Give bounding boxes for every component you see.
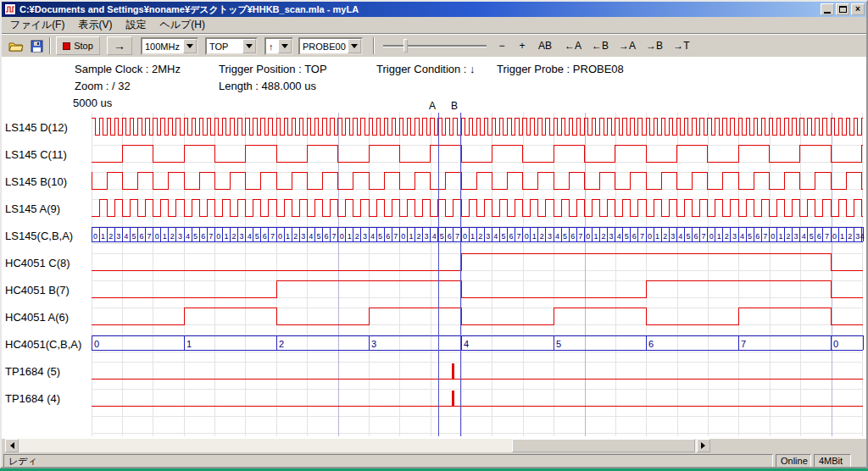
minimize-button[interactable] xyxy=(821,3,834,15)
svg-text:3: 3 xyxy=(486,232,490,241)
ab-range-button[interactable]: AB xyxy=(534,37,556,54)
triangle-right-icon xyxy=(701,442,709,449)
zoom-slider-thumb[interactable] xyxy=(403,39,408,53)
toolbar-separator-2 xyxy=(373,37,375,54)
svg-text:3: 3 xyxy=(363,232,367,241)
app-window: C:¥Documents and Settings¥noname¥デスクトップ¥… xyxy=(0,0,868,468)
svg-text:6: 6 xyxy=(632,232,637,241)
svg-text:3: 3 xyxy=(855,232,860,241)
svg-text:2: 2 xyxy=(663,232,667,241)
status-bar: レディ Online 4MBit xyxy=(2,452,866,468)
svg-text:6: 6 xyxy=(386,232,390,241)
goto-trigger-button[interactable]: →T xyxy=(670,37,693,54)
svg-text:0: 0 xyxy=(93,232,97,241)
svg-text:6: 6 xyxy=(448,232,452,241)
svg-text:7: 7 xyxy=(517,232,521,241)
svg-text:1: 1 xyxy=(840,232,844,241)
svg-text:5: 5 xyxy=(501,232,505,241)
svg-text:6: 6 xyxy=(648,339,654,349)
svg-text:2: 2 xyxy=(848,232,852,241)
svg-text:2: 2 xyxy=(355,232,359,241)
trigger-probe-select[interactable]: PROBE00 xyxy=(298,37,363,55)
svg-text:LS145(C,B,A): LS145(C,B,A) xyxy=(5,230,73,242)
svg-text:5: 5 xyxy=(131,232,136,241)
svg-text:7: 7 xyxy=(702,232,706,241)
signal-row-10: TP1684 (4) xyxy=(5,391,863,406)
goto-b-right-button[interactable]: →B xyxy=(643,37,666,54)
svg-text:5: 5 xyxy=(625,232,629,241)
svg-text:0: 0 xyxy=(833,339,838,349)
svg-text:0: 0 xyxy=(832,232,837,241)
run-button[interactable]: → xyxy=(107,36,132,55)
waveform-view[interactable]: LS145 D(12)LS145 C(11)LS145 B(10)LS145 A… xyxy=(2,58,866,439)
svg-text:1: 1 xyxy=(163,232,167,241)
save-button[interactable] xyxy=(27,36,46,55)
scrollbar-thumb[interactable] xyxy=(512,439,695,452)
svg-text:HC4051 A(6): HC4051 A(6) xyxy=(5,311,69,324)
svg-text:1: 1 xyxy=(532,232,537,241)
chevron-down-icon[interactable] xyxy=(278,39,292,53)
trigger-position-select[interactable]: TOP xyxy=(205,37,258,55)
chevron-down-icon[interactable] xyxy=(242,39,256,53)
svg-text:4: 4 xyxy=(186,232,190,241)
svg-text:5: 5 xyxy=(556,339,561,349)
open-button[interactable] xyxy=(7,36,25,55)
zoom-slider-track xyxy=(383,45,487,47)
svg-text:1: 1 xyxy=(409,232,413,241)
goto-b-left-button[interactable]: ←B xyxy=(588,37,612,54)
svg-text:LS145 C(11): LS145 C(11) xyxy=(5,148,67,161)
svg-text:2: 2 xyxy=(540,232,544,241)
svg-text:0: 0 xyxy=(463,232,467,241)
svg-text:7: 7 xyxy=(209,232,213,241)
svg-text:6: 6 xyxy=(509,232,514,241)
svg-text:5: 5 xyxy=(440,232,444,241)
svg-text:3: 3 xyxy=(609,232,614,241)
zoom-out-button[interactable]: − xyxy=(493,37,510,54)
horizontal-scrollbar[interactable] xyxy=(2,439,866,452)
svg-text:4: 4 xyxy=(617,232,621,241)
svg-text:5: 5 xyxy=(810,232,814,241)
svg-text:4: 4 xyxy=(493,232,498,241)
svg-text:0: 0 xyxy=(216,232,220,241)
svg-text:4: 4 xyxy=(555,232,559,241)
trigger-edge-select[interactable]: ↑ xyxy=(264,37,293,55)
svg-text:2: 2 xyxy=(602,232,606,241)
svg-text:2: 2 xyxy=(279,339,284,349)
svg-text:7: 7 xyxy=(578,232,582,241)
signal-row-1: LS145 C(11) xyxy=(5,145,863,162)
sample-clock-select[interactable]: 100MHz xyxy=(141,37,198,55)
scroll-right-button[interactable] xyxy=(697,439,710,452)
svg-text:B: B xyxy=(451,100,458,112)
stop-button-label: Stop xyxy=(74,41,93,51)
zoom-in-button[interactable]: + xyxy=(514,37,531,54)
svg-text:6: 6 xyxy=(755,232,760,241)
svg-text:1: 1 xyxy=(348,232,352,241)
menu-file[interactable]: ファイル(F) xyxy=(3,15,71,35)
svg-text:7: 7 xyxy=(332,232,337,241)
marker-b[interactable]: B xyxy=(451,100,460,436)
zoom-slider[interactable] xyxy=(381,34,488,58)
maximize-button[interactable] xyxy=(836,3,849,15)
scroll-left-button[interactable] xyxy=(5,439,19,452)
goto-a-right-button[interactable]: →A xyxy=(615,37,639,54)
menu-view[interactable]: 表示(V) xyxy=(71,15,119,35)
close-button[interactable]: × xyxy=(851,3,865,15)
svg-text:4: 4 xyxy=(802,232,806,241)
chevron-down-icon[interactable] xyxy=(348,39,361,53)
svg-text:3: 3 xyxy=(116,232,120,241)
svg-text:4: 4 xyxy=(432,232,437,241)
goto-a-left-button[interactable]: ←A xyxy=(561,37,585,54)
svg-text:HC4051 B(7): HC4051 B(7) xyxy=(5,284,70,296)
status-online: Online xyxy=(776,454,811,468)
stop-button[interactable]: Stop xyxy=(56,36,100,55)
chevron-down-icon[interactable] xyxy=(183,39,197,53)
menu-help[interactable]: ヘルプ(H) xyxy=(153,15,212,35)
scrollbar-track[interactable] xyxy=(5,439,710,452)
svg-text:7: 7 xyxy=(640,232,644,241)
svg-text:1: 1 xyxy=(186,339,192,349)
svg-text:0: 0 xyxy=(401,232,405,241)
svg-text:3: 3 xyxy=(425,232,429,241)
menu-settings[interactable]: 設定 xyxy=(119,15,153,35)
svg-text:5: 5 xyxy=(748,232,752,241)
svg-text:6: 6 xyxy=(694,232,698,241)
